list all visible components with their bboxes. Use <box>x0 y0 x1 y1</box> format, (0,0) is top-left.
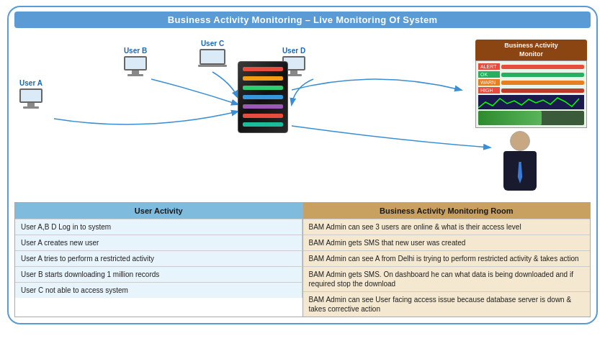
bam-activity-row-2: BAM Admin gets SMS that new user was cre… <box>303 235 591 250</box>
bam-activity-col: Business Activity Monitoring Room BAM Ad… <box>303 203 591 317</box>
user-c-computer <box>198 49 227 72</box>
admin-body <box>503 151 537 191</box>
user-activity-header: User Activity <box>15 203 302 219</box>
server-body <box>238 61 288 133</box>
bam-activity-row-5: BAM Admin can see User facing access iss… <box>303 292 591 317</box>
user-a-node: User A <box>18 79 44 109</box>
user-activity-row-4: User B starts downloading 1 million reco… <box>15 267 302 282</box>
user-d-label: User D <box>282 47 305 55</box>
admin-tie <box>517 162 523 183</box>
user-activity-row-1: User A,B D Log in to system <box>15 219 302 235</box>
user-b-node: User B <box>122 47 148 76</box>
table-row-1: User A,B D Log in to system <box>15 219 302 235</box>
bam-row-1: BAM Admin can see 3 users are online & w… <box>303 219 591 235</box>
server-node: SERVER <box>238 61 288 142</box>
bam-row-1: ALERT <box>478 63 584 70</box>
bam-monitor: Business Activity Monitor ALERT OK WARN … <box>475 40 587 128</box>
bam-activity-row-4: BAM Admin gets SMS. On dashboard he can … <box>303 267 591 291</box>
bam-row-5: BAM Admin can see User facing access iss… <box>303 291 591 317</box>
table-row-5: User C not able to access system <box>15 282 302 298</box>
activity-table: User Activity User A,B D Log in to syste… <box>14 202 591 317</box>
bam-row-3: BAM Admin can see A from Delhi is trying… <box>303 250 591 266</box>
bam-row-2: BAM Admin gets SMS that new user was cre… <box>303 235 591 250</box>
bam-map <box>478 111 584 125</box>
bam-activity-header: Business Activity Monitoring Room <box>303 203 591 219</box>
bam-monitor-title: Business Activity Monitor <box>475 40 587 60</box>
bam-screen: ALERT OK WARN HIGH <box>475 60 587 128</box>
user-c-label: User C <box>201 40 224 47</box>
bam-row-3: WARN <box>478 79 584 86</box>
server-label: SERVER <box>247 135 279 142</box>
user-a-label: User A <box>19 79 42 87</box>
table-row-4: User B starts downloading 1 million reco… <box>15 266 302 282</box>
user-activity-row-2: User A creates new user <box>15 235 302 250</box>
bam-chart <box>478 95 584 109</box>
bam-row-4: HIGH <box>478 87 584 94</box>
bam-row-4: BAM Admin gets SMS. On dashboard he can … <box>303 266 591 291</box>
admin-person <box>503 131 537 191</box>
table-row-3: User A tries to perform a restricted act… <box>15 250 302 266</box>
user-activity-row-3: User A tries to perform a restricted act… <box>15 251 302 266</box>
bam-activity-row-1: BAM Admin can see 3 users are online & w… <box>303 219 591 235</box>
user-activity-col: User Activity User A,B D Log in to syste… <box>15 203 303 317</box>
admin-head <box>510 131 530 151</box>
diagram-area: User A User B User C <box>14 32 591 198</box>
user-b-label: User B <box>124 47 147 55</box>
bam-activity-row-3: BAM Admin can see A from Delhi is trying… <box>303 251 591 266</box>
page-title: Business Activity Monitoring – Live Moni… <box>14 12 591 28</box>
user-b-computer <box>122 56 148 76</box>
user-a-computer <box>18 88 44 109</box>
user-activity-row-5: User C not able to access system <box>15 283 302 298</box>
user-c-node: User C <box>198 40 227 72</box>
main-container: Business Activity Monitoring – Live Moni… <box>7 6 598 324</box>
bam-row-2: OK <box>478 71 584 78</box>
table-row-2: User A creates new user <box>15 235 302 250</box>
